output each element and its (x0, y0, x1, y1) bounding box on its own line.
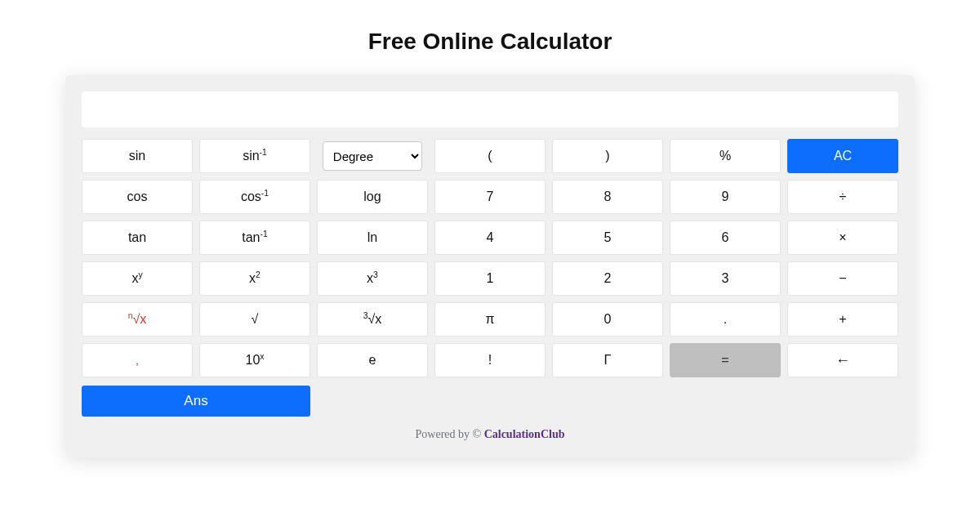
nroot-sup: n (128, 311, 133, 320)
page-title: Free Online Calculator (0, 0, 980, 75)
decimal-button[interactable]: . (670, 302, 781, 337)
x3-sup: 3 (373, 270, 378, 279)
lparen-button[interactable]: ( (434, 139, 546, 173)
digit-1-button[interactable]: 1 (434, 261, 546, 296)
asin-sup: -1 (260, 148, 267, 157)
divide-button[interactable]: ÷ (787, 180, 898, 214)
percent-button[interactable]: % (670, 139, 781, 173)
log-button[interactable]: log (317, 180, 428, 214)
factorial-button[interactable]: ! (434, 343, 546, 377)
calculator-display[interactable] (82, 91, 898, 127)
digit-2-button[interactable]: 2 (552, 261, 663, 296)
plus-button[interactable]: + (787, 302, 898, 337)
pi-button[interactable]: π (434, 302, 546, 337)
cos-button[interactable]: cos (82, 180, 193, 214)
equals-button[interactable]: = (670, 343, 781, 377)
xy-sup: y (138, 270, 142, 279)
xy-base: x (131, 271, 138, 286)
digit-3-button[interactable]: 3 (670, 261, 781, 296)
footer-prefix: Powered by © (416, 428, 484, 440)
x3-base: x (367, 271, 373, 286)
calculator-buttons: sin sin-1 Degree ( ) % AC cos cos-1 log … (82, 139, 898, 377)
x-squared-button[interactable]: x2 (199, 261, 310, 296)
ln-button[interactable]: ln (317, 221, 428, 255)
x2-sup: 2 (256, 270, 261, 279)
atan-button[interactable]: tan-1 (199, 221, 310, 255)
ac-button[interactable]: AC (787, 139, 898, 173)
digit-8-button[interactable]: 8 (552, 180, 663, 214)
comma-button[interactable]: , (82, 343, 193, 377)
sqrt-button[interactable]: √ (199, 302, 310, 337)
gamma-button[interactable]: Γ (552, 343, 663, 377)
xy-power-button[interactable]: xy (82, 261, 193, 296)
calculator-panel: sin sin-1 Degree ( ) % AC cos cos-1 log … (65, 75, 915, 457)
sin-button[interactable]: sin (82, 139, 193, 173)
tan-button[interactable]: tan (82, 221, 193, 255)
ans-row: Ans (82, 386, 898, 417)
x2-base: x (249, 271, 256, 286)
footer: Powered by © CalculationClub (82, 428, 898, 441)
atan-sup: -1 (261, 230, 268, 239)
tenx-sup: x (260, 352, 264, 361)
cuberoot-sup: 3 (363, 311, 368, 320)
e-button[interactable]: e (317, 343, 428, 377)
digit-0-button[interactable]: 0 (552, 302, 663, 337)
asin-base: sin (243, 149, 259, 163)
asin-button[interactable]: sin-1 (199, 139, 310, 173)
digit-9-button[interactable]: 9 (670, 180, 781, 214)
nth-root-button[interactable]: n√x (82, 302, 193, 337)
x-cubed-button[interactable]: x3 (317, 261, 428, 296)
acos-base: cos (241, 190, 261, 204)
tenx-base: 10 (246, 353, 261, 368)
backspace-button[interactable]: ← (787, 343, 898, 377)
acos-button[interactable]: cos-1 (199, 180, 310, 214)
ans-button[interactable]: Ans (82, 386, 310, 417)
angle-mode-wrapper: Degree (317, 139, 428, 173)
nroot-radical: √x (133, 312, 147, 327)
digit-4-button[interactable]: 4 (434, 221, 546, 255)
acos-sup: -1 (261, 189, 269, 198)
cuberoot-button[interactable]: 3√x (317, 302, 428, 337)
rparen-button[interactable]: ) (552, 139, 663, 173)
multiply-button[interactable]: × (787, 221, 898, 255)
footer-brand: CalculationClub (484, 428, 565, 440)
digit-7-button[interactable]: 7 (434, 180, 546, 214)
ten-power-x-button[interactable]: 10x (199, 343, 310, 377)
digit-6-button[interactable]: 6 (670, 221, 781, 255)
cuberoot-radical: √x (368, 312, 382, 327)
atan-base: tan (242, 230, 260, 245)
digit-5-button[interactable]: 5 (552, 221, 663, 255)
minus-button[interactable]: − (787, 261, 898, 296)
angle-mode-select[interactable]: Degree (323, 141, 422, 171)
